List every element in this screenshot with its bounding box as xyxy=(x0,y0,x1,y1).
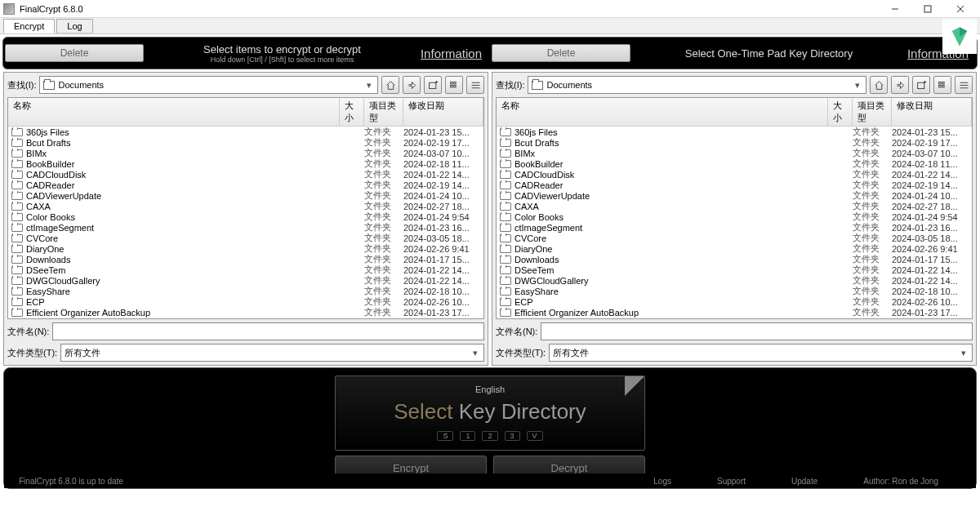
filetype-label: 文件类型(T): xyxy=(7,347,57,359)
information-link-left[interactable]: Information xyxy=(421,47,482,60)
main-tabs: Encrypt Log xyxy=(0,18,980,34)
delete-button-left[interactable]: Delete xyxy=(5,44,144,62)
up-button-right[interactable] xyxy=(891,76,909,94)
svg-rect-14 xyxy=(917,82,924,88)
newfolder-button-left[interactable] xyxy=(424,76,442,94)
folder-icon xyxy=(500,171,511,179)
svg-rect-7 xyxy=(450,82,452,83)
mini-tab-s[interactable]: S xyxy=(437,431,453,441)
table-row[interactable]: BIMx 文件夹 2024-03-07 10... xyxy=(497,148,972,158)
support-link[interactable]: Support xyxy=(717,477,746,486)
svg-rect-10 xyxy=(453,85,455,87)
home-button-left[interactable] xyxy=(381,76,399,94)
table-row[interactable]: CADViewerUpdate 文件夹 2024-01-24 10... xyxy=(497,190,972,201)
table-row[interactable]: CVCore 文件夹 2024-03-05 18... xyxy=(8,233,483,243)
filetype-label: 文件类型(T): xyxy=(496,347,546,359)
up-button-left[interactable] xyxy=(403,76,421,94)
list-view-button-left[interactable] xyxy=(445,76,463,94)
detail-view-button-right[interactable] xyxy=(955,76,973,94)
file-table-right[interactable]: 名称 大小 项目类型 修改日期 360js Files 文件夹 2024-01-… xyxy=(496,97,973,319)
table-row[interactable]: Downloads 文件夹 2024-01-17 15... xyxy=(497,254,972,264)
table-row[interactable]: CADCloudDisk 文件夹 2024-01-22 14... xyxy=(497,169,972,180)
folder-icon xyxy=(500,266,511,274)
table-row[interactable]: BookBuilder 文件夹 2024-02-18 11... xyxy=(497,158,972,169)
table-row[interactable]: DiaryOne 文件夹 2024-02-26 9:41 xyxy=(497,243,972,254)
table-row[interactable]: Downloads 文件夹 2024-01-17 15... xyxy=(8,254,483,264)
svg-rect-9 xyxy=(450,85,452,87)
table-row[interactable]: CVCore 文件夹 2024-03-05 18... xyxy=(497,233,972,243)
mini-tab-v[interactable]: V xyxy=(527,431,543,441)
minimize-button[interactable] xyxy=(879,1,911,17)
folder-icon xyxy=(11,192,23,200)
folder-icon xyxy=(43,81,55,90)
tab-encrypt[interactable]: Encrypt xyxy=(3,19,55,33)
update-link[interactable]: Update xyxy=(791,477,817,486)
titlebar: FinalCrypt 6.8.0 xyxy=(0,0,980,18)
table-row[interactable]: Color Books 文件夹 2024-01-24 9:54 xyxy=(497,211,972,222)
file-browser-left: 查找(I): Documents ▾ 名称 大小 项目类型 修改日期 360js… xyxy=(3,72,488,366)
table-row[interactable]: DWGCloudGallery 文件夹 2024-01-22 14... xyxy=(8,275,483,286)
folder-icon xyxy=(11,256,23,264)
table-row[interactable]: DiaryOne 文件夹 2024-02-26 9:41 xyxy=(8,243,483,254)
svg-rect-17 xyxy=(938,82,940,83)
close-button[interactable] xyxy=(944,1,977,17)
folder-icon xyxy=(11,149,23,158)
table-row[interactable]: Bcut Drafts 文件夹 2024-02-19 17... xyxy=(497,137,972,148)
lookup-label: 查找(I): xyxy=(7,79,36,91)
filetype-combo-right[interactable]: 所有文件 ▾ xyxy=(549,344,973,362)
folder-icon xyxy=(500,213,511,221)
table-row[interactable]: 360js Files 文件夹 2024-01-23 15... xyxy=(497,127,972,137)
folder-icon xyxy=(500,309,511,317)
folder-icon xyxy=(500,149,511,158)
language-label[interactable]: English xyxy=(475,384,505,394)
table-row[interactable]: DWGCloudGallery 文件夹 2024-01-22 14... xyxy=(497,275,972,286)
table-row[interactable]: EasyShare 文件夹 2024-02-18 10... xyxy=(497,286,972,296)
mini-tab-2[interactable]: 2 xyxy=(482,431,497,441)
svg-rect-18 xyxy=(942,82,943,83)
maximize-button[interactable] xyxy=(911,1,944,17)
svg-rect-19 xyxy=(938,85,940,87)
right-heading: Select One-Time Pad Key Directory xyxy=(635,47,902,60)
filename-label: 文件名(N): xyxy=(7,326,49,338)
table-row[interactable]: ECP 文件夹 2024-02-26 10... xyxy=(8,296,483,307)
table-row[interactable]: Efficient Organizer AutoBackup 文件夹 2024-… xyxy=(497,307,972,318)
home-button-right[interactable] xyxy=(870,76,888,94)
table-row[interactable]: BookBuilder 文件夹 2024-02-18 11... xyxy=(8,158,483,169)
table-row[interactable]: CAXA 文件夹 2024-02-27 18... xyxy=(497,201,972,211)
filename-input-right[interactable] xyxy=(541,322,973,340)
mini-tab-1[interactable]: 1 xyxy=(460,431,475,441)
table-row[interactable]: CADCloudDisk 文件夹 2024-01-22 14... xyxy=(8,169,483,180)
top-banner: Delete Select items to encrypt or decryp… xyxy=(2,37,978,69)
table-row[interactable]: CADReader 文件夹 2024-02-19 14... xyxy=(497,180,972,190)
table-row[interactable]: DSeeTem 文件夹 2024-01-22 14... xyxy=(497,264,972,275)
table-row[interactable]: CADReader 文件夹 2024-02-19 14... xyxy=(8,180,483,190)
table-row[interactable]: ctImageSegment 文件夹 2024-01-23 16... xyxy=(8,222,483,233)
folder-icon xyxy=(11,234,23,242)
table-row[interactable]: Efficient Organizer AutoBackup 文件夹 2024-… xyxy=(8,307,483,318)
table-row[interactable]: ECP 文件夹 2024-02-26 10... xyxy=(497,296,972,307)
table-row[interactable]: 360js Files 文件夹 2024-01-23 15... xyxy=(8,127,483,137)
table-row[interactable]: BIMx 文件夹 2024-03-07 10... xyxy=(8,148,483,158)
folder-icon xyxy=(11,309,23,317)
filename-input-left[interactable] xyxy=(52,322,484,340)
table-row[interactable]: CADViewerUpdate 文件夹 2024-01-24 10... xyxy=(8,190,483,201)
tab-log[interactable]: Log xyxy=(56,19,92,33)
logs-link[interactable]: Logs xyxy=(653,477,671,486)
table-row[interactable]: DSeeTem 文件夹 2024-01-22 14... xyxy=(8,264,483,275)
table-row[interactable]: EasyShare 文件夹 2024-02-18 10... xyxy=(8,286,483,296)
filetype-combo-left[interactable]: 所有文件 ▾ xyxy=(60,344,484,362)
lookup-combo-right[interactable]: Documents ▾ xyxy=(528,76,866,94)
detail-view-button-left[interactable] xyxy=(466,76,484,94)
file-table-left[interactable]: 名称 大小 项目类型 修改日期 360js Files 文件夹 2024-01-… xyxy=(7,97,484,319)
folder-icon xyxy=(11,139,23,147)
table-row[interactable]: CAXA 文件夹 2024-02-27 18... xyxy=(8,201,483,211)
mini-tab-3[interactable]: 3 xyxy=(505,431,520,441)
table-row[interactable]: Bcut Drafts 文件夹 2024-02-19 17... xyxy=(8,137,483,148)
newfolder-button-right[interactable] xyxy=(912,76,930,94)
table-row[interactable]: ctImageSegment 文件夹 2024-01-23 16... xyxy=(497,222,972,233)
lookup-combo-left[interactable]: Documents ▾ xyxy=(39,76,378,94)
delete-button-right[interactable]: Delete xyxy=(492,44,630,62)
list-view-button-right[interactable] xyxy=(933,76,951,94)
table-row[interactable]: Color Books 文件夹 2024-01-24 9:54 xyxy=(8,211,483,222)
corner-fold-icon xyxy=(625,376,644,396)
